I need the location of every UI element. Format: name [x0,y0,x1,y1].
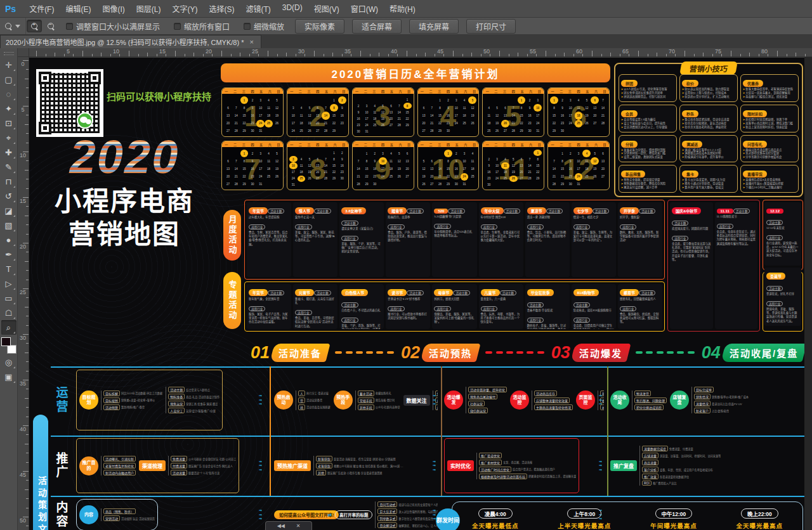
lasso-tool[interactable]: ◌ [1,87,16,101]
phase-02: 02活动预热 [401,344,478,362]
flow-item: 活动主题结合需求与人群特点 [168,387,219,392]
option-checkbox-0[interactable]: 调整窗口大小以满屏显示 [66,21,160,32]
calendar-day: 7 [322,156,330,162]
foreground-color-swatch[interactable] [1,337,11,346]
horizontal-ruler[interactable]: 5101520253035404550556065707580 [29,48,812,57]
clone-stamp-tool[interactable]: ⊓ [1,174,16,189]
flow-node: 列举数字式 [377,515,397,521]
type-tool[interactable]: T [1,262,16,276]
quick-selection-tool[interactable]: ✦ [1,101,16,116]
history-brush-tool[interactable]: ↺ [1,189,16,204]
empty-day [355,150,363,157]
ruler-tick [26,508,29,508]
calendar-day: 2 [444,96,452,104]
weekday-label: 五 [455,89,459,93]
ruler-label: 30 [298,48,304,55]
shape-tool[interactable]: ▭ [1,291,16,306]
document-canvas[interactable]: 扫码可以获得小程序扶持 2020 小程序电商 营销地图 2020营销日历&全年营… [29,57,812,530]
cluster-head: 高打开率的标题 [335,510,373,519]
weekday-label: 二 [494,142,497,146]
crop-tool[interactable]: ⊡ [1,116,16,131]
calendar-day: 23 [525,120,534,127]
options-bar: + − 调整窗口大小以满屏显示缩放所有窗口细微缩放 实际像素适合屏幕填充屏幕打印… [0,18,812,35]
close-icon[interactable]: ✕ [296,523,301,529]
calendar-day: 25 [370,122,379,129]
menu-item-选[interactable]: 选择(S) [203,0,240,17]
weekday-label: 二 [364,89,367,93]
holiday-title: 818购物节 [573,289,599,296]
menu-item-帮[interactable]: 帮助(H) [384,0,421,17]
industry-tag: 适用行业 [341,318,358,323]
calendar-day: 2 [485,156,493,162]
menu-item-3[interactable]: 3D(D) [277,0,308,17]
marquee-tool[interactable]: ▢ [1,72,16,87]
menu-item-图[interactable]: 图层(L) [131,0,167,17]
phase-01: 01活动准备 [251,344,328,362]
document-tab[interactable]: 2020小程序电商营销地图.jpg @ 12.5% (扫码可以获得小程序扶持, … [0,35,261,48]
calendar-day: 23 [485,176,493,182]
background-color-swatch[interactable] [7,345,16,354]
option-button-1[interactable]: 适合屏幕 [352,19,402,34]
hand-tool[interactable]: ☖ [1,306,16,320]
calendar-day: 6 [420,104,428,112]
option-checkbox-1[interactable]: 缩放所有窗口 [174,21,230,32]
calendar-days: 1234567891011121314151617181920212223242… [485,150,542,188]
calendar-day: 5 [420,157,428,165]
calendar-day: 10 [452,104,461,112]
option-button-2[interactable]: 填充屏幕 [409,19,459,34]
zoom-tool-preset[interactable] [0,18,26,34]
holiday-title: 开学季 [620,207,639,214]
menu-item-编[interactable]: 编辑(E) [60,0,96,17]
eyedropper-tool[interactable]: ⌖ [1,131,16,145]
tip-line: 砍到底价需分享好友，扩大活动曝光 [682,95,735,99]
flow-item: 巨大反差式放入对比性强烈的事物，勾起用户的猎奇心理。 [377,508,438,514]
holiday-title: 白色情人节 [341,289,368,296]
weekday-label: 日 [277,89,280,93]
move-tool[interactable]: ✛ [1,58,16,72]
menu-item-文[interactable]: 文件(F) [23,0,60,17]
zoom-out-toggle[interactable]: − [43,20,58,32]
eraser-tool[interactable]: ◪ [1,204,16,218]
ruler-label: 5 [67,48,70,55]
panel-grip[interactable] [4,52,14,55]
tab-close-icon[interactable]: × [249,38,254,46]
option-button-0[interactable]: 实际像素 [295,19,344,34]
pen-tool[interactable]: ✒ [1,247,16,262]
flow-item: 目标规划销售额=流量×转化率×客单价 [103,398,162,403]
option-button-3[interactable]: 打印尺寸 [466,19,516,34]
floating-mini-bar[interactable]: ◀◀ ✕ [265,521,312,530]
calendar-day: 17 [362,116,370,122]
menu-item-滤[interactable]: 滤镜(T) [240,0,276,17]
calendar-days: 1234567891011121314151617181920212223242… [355,96,412,135]
brush-tool[interactable]: ✎ [1,160,16,174]
ruler-tick [379,53,379,56]
weekday-label: 日 [407,89,410,93]
ruler-tick [46,54,46,56]
blur-tool[interactable]: ● [1,233,16,247]
empty-day [305,150,313,156]
calendar-day: 5 [379,103,387,109]
color-swatches[interactable] [1,337,16,354]
empty-day [428,96,436,104]
menu-item-视[interactable]: 视图(V) [308,0,345,17]
gradient-tool[interactable]: ▧ [1,218,16,233]
flow-item: 活动曝光、引流拉新 [103,456,136,462]
zoom-tool[interactable]: ⌕ [1,320,16,335]
menu-item-图[interactable]: 图像(I) [96,0,130,17]
ruler-tick [721,54,722,56]
path-selection-tool[interactable]: ▷ [1,276,16,291]
weekday-label: 四 [577,142,580,146]
option-checkbox-2[interactable]: 细微缩放 [244,21,284,32]
flow-node: 人员分工 [168,408,185,413]
quick-mask-button[interactable]: ◎ [1,355,16,370]
screen-mode-button[interactable]: ▣ [1,370,16,384]
empty-day [232,150,240,157]
menu-item-文[interactable]: 文字(Y) [166,0,203,17]
collapse-icon[interactable]: ◀◀ [277,523,285,529]
marketing-tips-panel: 营销小技巧 拼团以2人团低价引流，转化熟客带新客团长免单或团长优惠提升开团率拼团… [614,63,803,197]
zoom-in-toggle[interactable]: + [27,20,42,32]
cluster-items: 流量数据完成度免费流量、付费流量店铺流量浏览量、访客量、访问时间、停留时间、访问… [639,446,721,486]
menu-item-窗[interactable]: 窗口(W) [345,0,384,17]
healing-brush-tool[interactable]: ✚ [1,145,16,160]
vertical-ruler[interactable]: 05101520253035404550 [18,57,29,530]
